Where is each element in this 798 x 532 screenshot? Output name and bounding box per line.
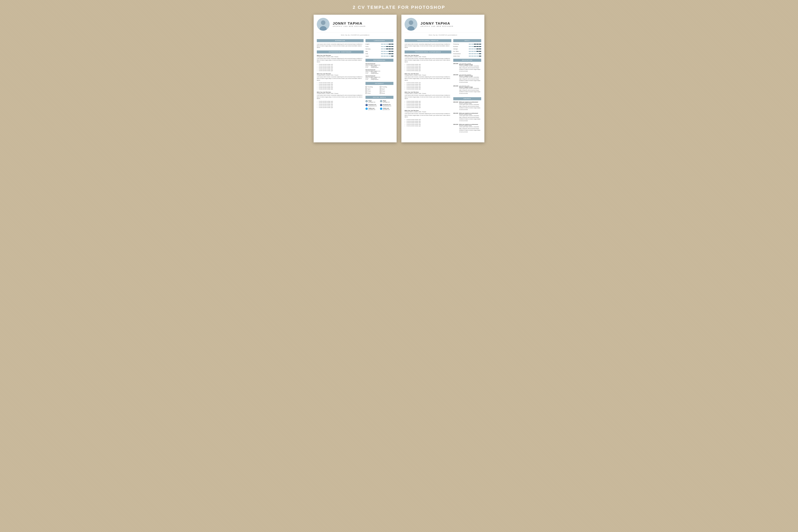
cv2-education-heading: EDUCATION xyxy=(453,59,481,62)
cv1-header: JONNY TAPHIA GRAPHIC AND WEB DESIGNER xyxy=(317,18,394,33)
cv2-skills-heading: SKILL xyxy=(453,39,481,42)
ref-item-3: Gerrard Kamuchi Senior Designer Capital … xyxy=(365,75,394,80)
ref-title-2: Senior Designer Capital at Inc xyxy=(365,71,394,72)
bar-seg-dark xyxy=(388,51,391,52)
edu-year-2: 2000-2020 xyxy=(453,74,458,84)
cv1-exp-text-1: Lorem ipsum dolor sit amet, consectetur … xyxy=(317,58,364,63)
skill-bar-4 xyxy=(469,51,481,52)
ref-phone-2: Phone 0123456789 xyxy=(365,72,394,73)
list-item: Ut enim ad minim veniam, quis xyxy=(406,120,451,122)
cv2-exp-company-1: Company Name | Location | 2000 - Present xyxy=(404,56,451,57)
bar-seg xyxy=(471,51,474,52)
cv2-profile-text: Lorem ipsum dolor sit amet, consectetur … xyxy=(404,43,451,49)
bar-seg xyxy=(386,53,388,54)
bar-seg-dark xyxy=(476,46,479,47)
bar-seg xyxy=(471,46,474,47)
social-handle-fb-2: yourfacebook.com xyxy=(383,105,391,107)
social-text-skype-2: Skype yourskype.com xyxy=(383,100,390,103)
cv1-exp-text-3: Lorem ipsum dolor sit amet, consectetur … xyxy=(317,95,364,100)
list-item: Ut enim ad minim veniam, quis xyxy=(406,82,451,84)
cv2-exp-item-1: Write Your Job Title Here Company Name |… xyxy=(404,55,451,72)
skill-item-1: Photoshop xyxy=(453,43,481,45)
ref-email-2: Email emailyour@com xyxy=(365,73,394,74)
cv1-exp-title-3: Write Your Job Title Here xyxy=(317,92,364,93)
bar-seg-dark xyxy=(479,53,481,54)
bar-seg xyxy=(476,56,479,57)
edu-details-2: Juel University, England Bacelor in grap… xyxy=(459,74,481,84)
ref-name-3: Gerrard Kamuchi xyxy=(365,75,394,77)
cv2-exp-item-4: Write Your Job Title Here Company Name |… xyxy=(404,110,451,127)
interest-checkbox-5 xyxy=(380,86,381,88)
award-item-2: 2000-2020 Write your awards our achievem… xyxy=(453,113,481,122)
cv2-exp-company-3: Company Name | Location | 2000 - Present xyxy=(404,93,451,94)
facebook-icon-2: f xyxy=(380,104,382,106)
list-item: Ut enim ad minim veniam, quis xyxy=(319,65,364,67)
list-item: Ut enim ad minim veniam, quis xyxy=(406,67,451,69)
cv2-exp-text-1: Lorem ipsum dolor sit amet, consectetur … xyxy=(404,58,451,63)
edu-text-2: Lorem ipsum dolor sit amet, consectetur … xyxy=(459,76,481,83)
skill-name-2: illustrator xyxy=(453,46,458,47)
cv1-social-heading: SOCIAL MEDIA xyxy=(365,96,394,99)
edu-degree-3: Bacelor in graphic design xyxy=(459,87,481,88)
skill-bar-3 xyxy=(469,49,481,49)
award-details-2: Write your awards our achievement Bacelo… xyxy=(459,113,481,122)
lang-item-1: English xyxy=(365,43,394,45)
list-item: Ut enim ad minim veniam, quis xyxy=(319,88,364,90)
bar-seg-dark xyxy=(474,46,476,47)
cv-page-2: JONNY TAPHIA GRAPHIC AND WEB DESIGNER St… xyxy=(401,15,484,142)
ref-name-2: Gerrard Kamuchi xyxy=(365,69,394,71)
ref-name-1: Gerrard Kamuchi xyxy=(365,63,394,64)
award-details-1: Write your awards our achievement Bacelo… xyxy=(459,101,481,111)
social-name-skype-2: Skype xyxy=(383,100,390,101)
cv2-experience-section: PROFESSIONAL EXPERIENCE Write Your Job T… xyxy=(404,51,451,127)
ref-phone-label: Phone xyxy=(365,78,370,79)
cv2-name: JONNY TAPHIA xyxy=(421,21,454,25)
bar-seg xyxy=(388,56,391,57)
lang-name-4: Italy xyxy=(365,51,368,52)
ref-email-label: Email xyxy=(365,73,370,74)
social-name-fb-1: Facebook.com xyxy=(368,104,377,105)
award-title-3: Write your awards our achievement xyxy=(459,124,481,125)
ref-phone-val-1: 0123456789 xyxy=(371,65,377,67)
bar-seg-dark xyxy=(391,56,394,57)
bar-seg-dark xyxy=(386,46,388,47)
cv2-header: JONNY TAPHIA GRAPHIC AND WEB DESIGNER xyxy=(404,18,481,33)
interest-item-7: Photo xyxy=(380,90,394,92)
skill-name-5: Dreamweaver xyxy=(453,53,461,54)
bar-seg xyxy=(476,53,479,54)
award-subtitle-2: Bacelor in graphic design xyxy=(459,114,481,115)
bar-seg-dark xyxy=(479,49,481,49)
cv1-name-block: JONNY TAPHIA GRAPHIC AND WEB DESIGNER xyxy=(333,21,366,27)
list-item: Ut enim ad minim veniam, quis xyxy=(319,103,364,105)
cv1-exp-title-1: Write Your Job Title Here xyxy=(317,55,364,56)
interest-item-6: Sport xyxy=(380,88,394,90)
cv2-exp-list-3: Ut enim ad minim veniam, quis Ut enim ad… xyxy=(406,100,451,108)
bar-seg xyxy=(381,51,383,52)
interest-item-2: Sport xyxy=(365,88,379,90)
interest-label-6: Sport xyxy=(382,88,385,90)
social-handle-tw-2: yourtwitter.com xyxy=(383,109,390,110)
facebook-icon-1: f xyxy=(365,104,368,106)
interest-item-8: Music xyxy=(380,92,394,94)
cv1-exp-company-1: Company Name | Location | 2000 - Present xyxy=(317,56,364,57)
interest-checkbox-4 xyxy=(365,92,367,94)
cv-page-1: JONNY TAPHIA GRAPHIC AND WEB DESIGNER St… xyxy=(314,15,397,142)
edu-details-1: Juel University, Canada Bacelor in graph… xyxy=(459,63,481,73)
cv1-contact: Street, City, Zip | +01234567123 | youre… xyxy=(317,34,394,37)
social-name-fb-2: Facebook.com xyxy=(383,104,391,105)
edu-text-3: Lorem ipsum dolor sit amet, consectetur … xyxy=(459,88,481,94)
cv2-skills-section: SKILL Photoshop illustrator xyxy=(453,39,481,57)
interest-label-4: Music xyxy=(367,92,371,94)
social-item-skype-2: S Skype yourskype.com xyxy=(380,100,394,103)
bar-seg-dark xyxy=(391,44,394,44)
bar-seg xyxy=(471,49,474,49)
list-item: Ut enim ad minim veniam, quis xyxy=(406,85,451,87)
cv1-subtitle: GRAPHIC AND WEB DESIGNER xyxy=(333,25,366,27)
bar-seg xyxy=(471,56,474,57)
list-item: Ut enim ad minim veniam, quis xyxy=(406,102,451,103)
bar-seg xyxy=(471,44,474,44)
skill-item-4: Ms. Office xyxy=(453,51,481,52)
award-year-3: 2000-2020 xyxy=(453,124,458,134)
bar-seg xyxy=(469,49,471,49)
ref-phone-val-2: 0123456789 xyxy=(371,72,377,73)
